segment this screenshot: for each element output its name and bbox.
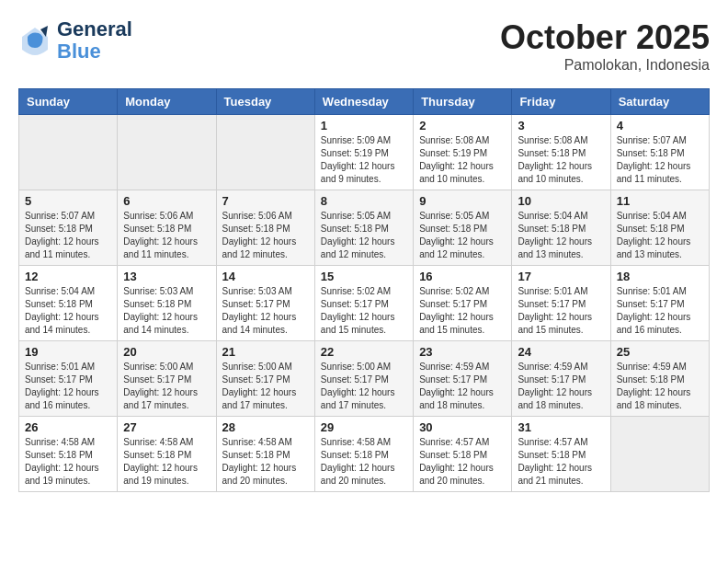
calendar-cell: 4Sunrise: 5:07 AM Sunset: 5:18 PM Daylig… xyxy=(610,115,709,190)
calendar-week-5: 26Sunrise: 4:58 AM Sunset: 5:18 PM Dayli… xyxy=(19,417,710,492)
calendar-cell: 2Sunrise: 5:08 AM Sunset: 5:19 PM Daylig… xyxy=(414,115,512,190)
day-number: 2 xyxy=(419,119,506,132)
logo-icon xyxy=(18,24,51,57)
day-number: 6 xyxy=(123,194,210,208)
day-number: 28 xyxy=(222,420,309,434)
day-info: Sunrise: 5:09 AM Sunset: 5:19 PM Dayligh… xyxy=(321,134,407,186)
calendar-table: SundayMondayTuesdayWednesdayThursdayFrid… xyxy=(18,88,710,492)
calendar-cell: 7Sunrise: 5:06 AM Sunset: 5:18 PM Daylig… xyxy=(216,190,314,266)
day-info: Sunrise: 5:05 AM Sunset: 5:18 PM Dayligh… xyxy=(321,210,407,261)
day-info: Sunrise: 5:04 AM Sunset: 5:18 PM Dayligh… xyxy=(518,210,604,261)
day-number: 14 xyxy=(222,270,309,283)
weekday-header-thursday: Thursday xyxy=(414,89,512,115)
day-info: Sunrise: 5:05 AM Sunset: 5:18 PM Dayligh… xyxy=(419,210,506,261)
logo-text: General Blue xyxy=(57,18,132,63)
calendar-cell xyxy=(19,115,118,190)
day-info: Sunrise: 5:06 AM Sunset: 5:18 PM Dayligh… xyxy=(222,210,309,261)
day-info: Sunrise: 5:04 AM Sunset: 5:18 PM Dayligh… xyxy=(25,285,111,337)
calendar-cell: 25Sunrise: 4:59 AM Sunset: 5:18 PM Dayli… xyxy=(610,341,709,417)
day-info: Sunrise: 4:57 AM Sunset: 5:18 PM Dayligh… xyxy=(419,436,506,488)
calendar-cell: 18Sunrise: 5:01 AM Sunset: 5:17 PM Dayli… xyxy=(610,266,709,341)
calendar-cell: 8Sunrise: 5:05 AM Sunset: 5:18 PM Daylig… xyxy=(314,190,413,266)
day-number: 1 xyxy=(321,119,407,132)
weekday-header-sunday: Sunday xyxy=(19,89,118,115)
day-number: 16 xyxy=(419,270,506,283)
month-title: October 2025 xyxy=(500,18,710,57)
day-number: 29 xyxy=(321,420,407,434)
weekday-header-tuesday: Tuesday xyxy=(216,89,314,115)
day-info: Sunrise: 5:07 AM Sunset: 5:18 PM Dayligh… xyxy=(25,210,111,261)
day-number: 8 xyxy=(321,194,407,208)
day-number: 24 xyxy=(518,345,604,359)
calendar-cell: 23Sunrise: 4:59 AM Sunset: 5:17 PM Dayli… xyxy=(414,341,512,417)
title-block: October 2025 Pamolokan, Indonesia xyxy=(500,18,710,74)
calendar-week-3: 12Sunrise: 5:04 AM Sunset: 5:18 PM Dayli… xyxy=(19,266,710,341)
day-info: Sunrise: 5:01 AM Sunset: 5:17 PM Dayligh… xyxy=(25,361,111,412)
calendar-week-4: 19Sunrise: 5:01 AM Sunset: 5:17 PM Dayli… xyxy=(19,341,710,417)
day-number: 23 xyxy=(419,345,506,359)
calendar-cell: 15Sunrise: 5:02 AM Sunset: 5:17 PM Dayli… xyxy=(314,266,413,341)
day-number: 18 xyxy=(617,270,703,283)
day-info: Sunrise: 4:59 AM Sunset: 5:17 PM Dayligh… xyxy=(518,361,604,412)
day-info: Sunrise: 5:02 AM Sunset: 5:17 PM Dayligh… xyxy=(419,285,506,337)
day-number: 26 xyxy=(25,420,111,434)
day-info: Sunrise: 5:08 AM Sunset: 5:18 PM Dayligh… xyxy=(518,134,604,186)
calendar-week-1: 1Sunrise: 5:09 AM Sunset: 5:19 PM Daylig… xyxy=(19,115,710,190)
calendar-cell: 12Sunrise: 5:04 AM Sunset: 5:18 PM Dayli… xyxy=(19,266,118,341)
calendar-cell xyxy=(610,417,709,492)
calendar-cell: 14Sunrise: 5:03 AM Sunset: 5:17 PM Dayli… xyxy=(216,266,314,341)
calendar-cell: 1Sunrise: 5:09 AM Sunset: 5:19 PM Daylig… xyxy=(314,115,413,190)
calendar-cell: 13Sunrise: 5:03 AM Sunset: 5:18 PM Dayli… xyxy=(118,266,216,341)
day-number: 7 xyxy=(222,194,309,208)
weekday-header-saturday: Saturday xyxy=(610,89,709,115)
day-number: 30 xyxy=(419,420,506,434)
calendar-cell: 21Sunrise: 5:00 AM Sunset: 5:17 PM Dayli… xyxy=(216,341,314,417)
day-info: Sunrise: 5:01 AM Sunset: 5:17 PM Dayligh… xyxy=(518,285,604,337)
calendar-cell: 10Sunrise: 5:04 AM Sunset: 5:18 PM Dayli… xyxy=(512,190,610,266)
calendar-cell: 30Sunrise: 4:57 AM Sunset: 5:18 PM Dayli… xyxy=(414,417,512,492)
weekday-header-wednesday: Wednesday xyxy=(314,89,413,115)
day-info: Sunrise: 5:00 AM Sunset: 5:17 PM Dayligh… xyxy=(321,361,407,412)
day-number: 10 xyxy=(518,194,604,208)
day-info: Sunrise: 4:59 AM Sunset: 5:18 PM Dayligh… xyxy=(617,361,703,412)
day-info: Sunrise: 4:58 AM Sunset: 5:18 PM Dayligh… xyxy=(123,436,210,488)
calendar-cell: 20Sunrise: 5:00 AM Sunset: 5:17 PM Dayli… xyxy=(118,341,216,417)
day-number: 20 xyxy=(123,345,210,359)
calendar-cell xyxy=(118,115,216,190)
calendar-cell: 3Sunrise: 5:08 AM Sunset: 5:18 PM Daylig… xyxy=(512,115,610,190)
day-info: Sunrise: 5:08 AM Sunset: 5:19 PM Dayligh… xyxy=(419,134,506,186)
calendar-cell: 16Sunrise: 5:02 AM Sunset: 5:17 PM Dayli… xyxy=(414,266,512,341)
day-info: Sunrise: 5:00 AM Sunset: 5:17 PM Dayligh… xyxy=(222,361,309,412)
calendar-week-2: 5Sunrise: 5:07 AM Sunset: 5:18 PM Daylig… xyxy=(19,190,710,266)
calendar-cell: 22Sunrise: 5:00 AM Sunset: 5:17 PM Dayli… xyxy=(314,341,413,417)
weekday-header-monday: Monday xyxy=(118,89,216,115)
day-number: 13 xyxy=(123,270,210,283)
day-number: 15 xyxy=(321,270,407,283)
day-number: 17 xyxy=(518,270,604,283)
day-number: 19 xyxy=(25,345,111,359)
day-number: 9 xyxy=(419,194,506,208)
day-number: 22 xyxy=(321,345,407,359)
day-info: Sunrise: 4:59 AM Sunset: 5:17 PM Dayligh… xyxy=(419,361,506,412)
calendar-cell: 29Sunrise: 4:58 AM Sunset: 5:18 PM Dayli… xyxy=(314,417,413,492)
calendar-cell: 31Sunrise: 4:57 AM Sunset: 5:18 PM Dayli… xyxy=(512,417,610,492)
day-info: Sunrise: 4:58 AM Sunset: 5:18 PM Dayligh… xyxy=(321,436,407,488)
day-info: Sunrise: 4:57 AM Sunset: 5:18 PM Dayligh… xyxy=(518,436,604,488)
day-info: Sunrise: 4:58 AM Sunset: 5:18 PM Dayligh… xyxy=(25,436,111,488)
day-number: 21 xyxy=(222,345,309,359)
day-info: Sunrise: 5:07 AM Sunset: 5:18 PM Dayligh… xyxy=(617,134,703,186)
calendar-cell xyxy=(216,115,314,190)
day-info: Sunrise: 5:06 AM Sunset: 5:18 PM Dayligh… xyxy=(123,210,210,261)
day-number: 4 xyxy=(617,119,703,132)
calendar-cell: 11Sunrise: 5:04 AM Sunset: 5:18 PM Dayli… xyxy=(610,190,709,266)
day-info: Sunrise: 5:02 AM Sunset: 5:17 PM Dayligh… xyxy=(321,285,407,337)
calendar-cell: 27Sunrise: 4:58 AM Sunset: 5:18 PM Dayli… xyxy=(118,417,216,492)
calendar-cell: 24Sunrise: 4:59 AM Sunset: 5:17 PM Dayli… xyxy=(512,341,610,417)
day-info: Sunrise: 5:00 AM Sunset: 5:17 PM Dayligh… xyxy=(123,361,210,412)
day-number: 11 xyxy=(617,194,703,208)
day-number: 3 xyxy=(518,119,604,132)
calendar-cell: 17Sunrise: 5:01 AM Sunset: 5:17 PM Dayli… xyxy=(512,266,610,341)
day-number: 25 xyxy=(617,345,703,359)
calendar-cell: 19Sunrise: 5:01 AM Sunset: 5:17 PM Dayli… xyxy=(19,341,118,417)
day-info: Sunrise: 5:03 AM Sunset: 5:17 PM Dayligh… xyxy=(222,285,309,337)
